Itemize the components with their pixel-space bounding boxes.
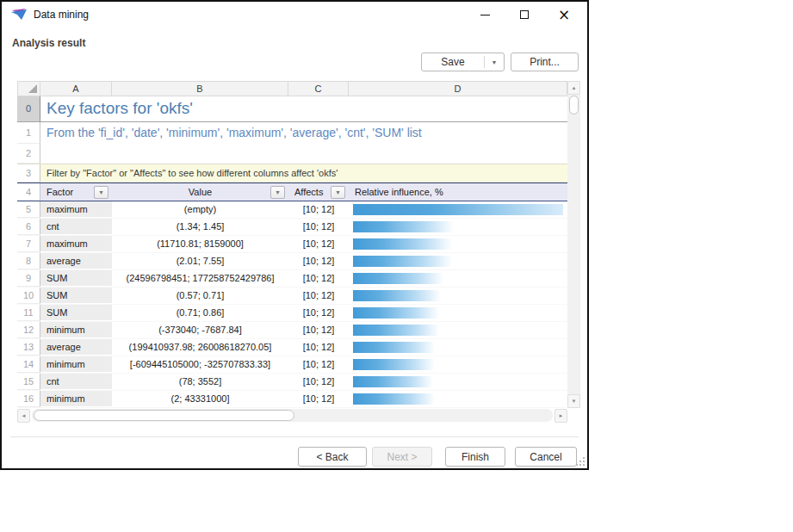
column-header-c[interactable]: C (288, 81, 349, 96)
cell-factor[interactable]: average (40, 339, 112, 356)
cell-affects[interactable]: [10; 12] (288, 236, 349, 252)
scroll-right-button[interactable]: ► (554, 409, 567, 423)
scroll-down-button[interactable]: ▼ (567, 394, 580, 408)
empty-cell[interactable] (40, 144, 567, 164)
column-header-b[interactable]: B (112, 81, 288, 96)
header-affects[interactable]: Affects▼ (288, 183, 349, 201)
cell-value[interactable]: (78; 3552] (112, 374, 288, 390)
value-filter-dropdown[interactable]: ▼ (270, 186, 285, 199)
row-number[interactable]: 9 (17, 270, 40, 287)
row-number[interactable]: 4 (17, 183, 40, 201)
cell-influence[interactable] (349, 356, 567, 373)
cell-factor[interactable]: minimum (40, 356, 112, 373)
select-all-corner[interactable] (17, 81, 40, 96)
cell-value[interactable]: (-373040; -7687.84] (112, 322, 288, 338)
cell-value[interactable]: (empty) (112, 201, 288, 218)
cell-value[interactable]: (1.34; 1.45] (112, 219, 288, 235)
cell-factor[interactable]: maximum (40, 236, 112, 252)
cell-influence[interactable] (349, 339, 567, 356)
cancel-button[interactable]: Cancel (515, 447, 577, 467)
cell-factor[interactable]: maximum (40, 201, 112, 218)
cell-affects[interactable]: [10; 12] (288, 356, 349, 373)
title-bar[interactable]: Data mining × (2, 2, 587, 28)
back-button[interactable]: < Back (298, 447, 367, 467)
cell-value[interactable]: (11710.81; 8159000] (112, 236, 288, 252)
row-number[interactable]: 1 (17, 122, 40, 144)
header-influence[interactable]: Relative influence, % (349, 183, 567, 201)
cell-factor[interactable]: SUM (40, 270, 112, 287)
row-number[interactable]: 2 (17, 144, 40, 164)
report-title-cell[interactable]: Key factors for 'okfs' (40, 96, 567, 121)
finish-button[interactable]: Finish (445, 447, 505, 467)
affects-filter-dropdown[interactable]: ▼ (331, 186, 345, 199)
row-number[interactable]: 14 (17, 356, 40, 373)
print-button[interactable]: Print... (511, 53, 579, 71)
cell-factor[interactable]: cnt (40, 219, 112, 235)
cell-value[interactable]: (0.57; 0.71] (112, 288, 288, 304)
save-dropdown-icon[interactable]: ▼ (485, 59, 504, 65)
row-number[interactable]: 7 (17, 236, 40, 252)
cell-factor[interactable]: minimum (40, 391, 112, 407)
cell-influence[interactable] (349, 391, 567, 407)
header-value[interactable]: Value▼ (112, 183, 288, 201)
row-number[interactable]: 16 (17, 391, 40, 407)
cell-influence[interactable] (349, 374, 567, 390)
cell-factor[interactable]: minimum (40, 322, 112, 338)
row-number[interactable]: 3 (17, 164, 40, 182)
cell-influence[interactable] (349, 201, 567, 218)
cell-affects[interactable]: [10; 12] (288, 253, 349, 269)
row-number[interactable]: 10 (17, 288, 40, 304)
filter-hint-cell[interactable]: Filter by "Factor" or "Affects" to see h… (40, 164, 567, 182)
row-number[interactable]: 5 (17, 201, 40, 218)
row-number[interactable]: 12 (17, 322, 40, 338)
cell-affects[interactable]: [10; 12] (288, 339, 349, 356)
report-subtitle-cell[interactable]: From the 'fi_id', 'date', 'minimum', 'ma… (40, 122, 567, 144)
close-button[interactable]: × (544, 2, 584, 28)
row-number[interactable]: 0 (17, 96, 40, 121)
row-number[interactable]: 11 (17, 305, 40, 321)
cell-influence[interactable] (349, 219, 567, 235)
column-header-d[interactable]: D (349, 81, 567, 96)
horizontal-scrollbar-thumb[interactable] (34, 410, 294, 421)
scroll-up-button[interactable]: ▲ (567, 81, 580, 95)
cell-affects[interactable]: [10; 12] (288, 374, 349, 390)
cell-affects[interactable]: [10; 12] (288, 322, 349, 338)
cell-factor[interactable]: SUM (40, 305, 112, 321)
cell-factor[interactable]: average (40, 253, 112, 269)
cell-affects[interactable]: [10; 12] (288, 201, 349, 218)
minimize-button[interactable] (465, 2, 505, 28)
cell-affects[interactable]: [10; 12] (288, 305, 349, 321)
resize-grip[interactable] (576, 457, 585, 466)
cell-factor[interactable]: SUM (40, 288, 112, 304)
header-factor[interactable]: Factor▼ (40, 183, 112, 201)
cell-value[interactable]: (0.71; 0.86] (112, 305, 288, 321)
cell-influence[interactable] (349, 253, 567, 269)
row-number[interactable]: 13 (17, 339, 40, 356)
cell-value[interactable]: (2; 43331000] (112, 391, 288, 407)
cell-affects[interactable]: [10; 12] (288, 288, 349, 304)
row-number[interactable]: 8 (17, 253, 40, 269)
scroll-left-button[interactable]: ◄ (17, 409, 30, 423)
row-number[interactable]: 15 (17, 374, 40, 390)
cell-influence[interactable] (349, 305, 567, 321)
row-number[interactable]: 6 (17, 219, 40, 235)
factor-filter-dropdown[interactable]: ▼ (94, 186, 108, 199)
cell-influence[interactable] (349, 322, 567, 338)
column-header-a[interactable]: A (40, 81, 112, 96)
cell-value[interactable]: (2.01; 7.55] (112, 253, 288, 269)
cell-influence[interactable] (349, 236, 567, 252)
cell-affects[interactable]: [10; 12] (288, 270, 349, 287)
cell-factor[interactable]: cnt (40, 374, 112, 390)
horizontal-scrollbar[interactable]: ◄ ► (17, 408, 567, 423)
cell-influence[interactable] (349, 288, 567, 304)
maximize-button[interactable] (505, 2, 544, 28)
cell-affects[interactable]: [10; 12] (288, 219, 349, 235)
cell-value[interactable]: (24596798451; 177258752429786] (112, 270, 288, 287)
cell-value[interactable]: (199410937.98; 26008618270.05] (112, 339, 288, 356)
vertical-scrollbar[interactable]: ▲ ▼ (567, 81, 580, 408)
vertical-scrollbar-thumb[interactable] (569, 96, 579, 114)
cell-value[interactable]: [-609445105000; -325707833.33] (112, 356, 288, 373)
cell-affects[interactable]: [10; 12] (288, 391, 349, 407)
cell-influence[interactable] (349, 270, 567, 287)
horizontal-scrollbar-track[interactable] (32, 409, 553, 422)
